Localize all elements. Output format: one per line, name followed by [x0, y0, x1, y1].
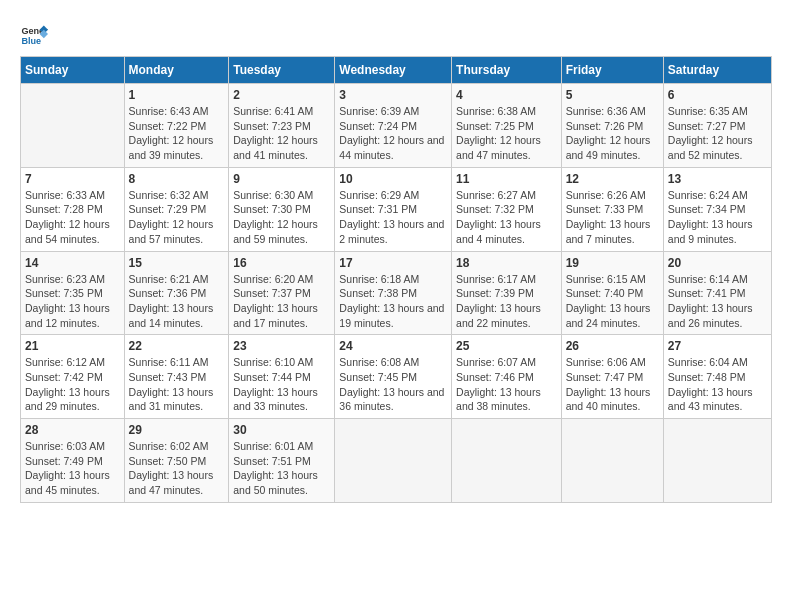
header-row: SundayMondayTuesdayWednesdayThursdayFrid… — [21, 57, 772, 84]
day-cell — [452, 419, 562, 503]
day-number: 5 — [566, 88, 659, 102]
day-detail: Sunrise: 6:10 AMSunset: 7:44 PMDaylight:… — [233, 355, 330, 414]
day-cell: 3 Sunrise: 6:39 AMSunset: 7:24 PMDayligh… — [335, 84, 452, 168]
day-number: 12 — [566, 172, 659, 186]
day-cell: 17 Sunrise: 6:18 AMSunset: 7:38 PMDaylig… — [335, 251, 452, 335]
week-row-4: 21 Sunrise: 6:12 AMSunset: 7:42 PMDaylig… — [21, 335, 772, 419]
day-cell: 24 Sunrise: 6:08 AMSunset: 7:45 PMDaylig… — [335, 335, 452, 419]
day-cell: 19 Sunrise: 6:15 AMSunset: 7:40 PMDaylig… — [561, 251, 663, 335]
day-cell: 29 Sunrise: 6:02 AMSunset: 7:50 PMDaylig… — [124, 419, 229, 503]
day-number: 8 — [129, 172, 225, 186]
day-detail: Sunrise: 6:33 AMSunset: 7:28 PMDaylight:… — [25, 188, 120, 247]
day-cell: 15 Sunrise: 6:21 AMSunset: 7:36 PMDaylig… — [124, 251, 229, 335]
day-cell: 18 Sunrise: 6:17 AMSunset: 7:39 PMDaylig… — [452, 251, 562, 335]
day-number: 27 — [668, 339, 767, 353]
logo-icon: General Blue — [20, 20, 48, 48]
day-detail: Sunrise: 6:39 AMSunset: 7:24 PMDaylight:… — [339, 104, 447, 163]
day-detail: Sunrise: 6:38 AMSunset: 7:25 PMDaylight:… — [456, 104, 557, 163]
day-cell: 25 Sunrise: 6:07 AMSunset: 7:46 PMDaylig… — [452, 335, 562, 419]
day-number: 16 — [233, 256, 330, 270]
day-cell — [335, 419, 452, 503]
day-number: 3 — [339, 88, 447, 102]
day-number: 2 — [233, 88, 330, 102]
day-number: 29 — [129, 423, 225, 437]
day-detail: Sunrise: 6:03 AMSunset: 7:49 PMDaylight:… — [25, 439, 120, 498]
day-number: 19 — [566, 256, 659, 270]
day-number: 6 — [668, 88, 767, 102]
day-cell: 22 Sunrise: 6:11 AMSunset: 7:43 PMDaylig… — [124, 335, 229, 419]
day-number: 30 — [233, 423, 330, 437]
day-detail: Sunrise: 6:01 AMSunset: 7:51 PMDaylight:… — [233, 439, 330, 498]
day-cell: 14 Sunrise: 6:23 AMSunset: 7:35 PMDaylig… — [21, 251, 125, 335]
day-number: 23 — [233, 339, 330, 353]
day-number: 14 — [25, 256, 120, 270]
calendar-table: SundayMondayTuesdayWednesdayThursdayFrid… — [20, 56, 772, 503]
day-number: 11 — [456, 172, 557, 186]
day-detail: Sunrise: 6:41 AMSunset: 7:23 PMDaylight:… — [233, 104, 330, 163]
day-cell: 28 Sunrise: 6:03 AMSunset: 7:49 PMDaylig… — [21, 419, 125, 503]
day-number: 21 — [25, 339, 120, 353]
day-number: 17 — [339, 256, 447, 270]
day-number: 7 — [25, 172, 120, 186]
day-cell: 4 Sunrise: 6:38 AMSunset: 7:25 PMDayligh… — [452, 84, 562, 168]
day-cell — [561, 419, 663, 503]
day-cell: 9 Sunrise: 6:30 AMSunset: 7:30 PMDayligh… — [229, 167, 335, 251]
header-cell-sunday: Sunday — [21, 57, 125, 84]
header-cell-saturday: Saturday — [663, 57, 771, 84]
day-cell: 16 Sunrise: 6:20 AMSunset: 7:37 PMDaylig… — [229, 251, 335, 335]
day-cell: 21 Sunrise: 6:12 AMSunset: 7:42 PMDaylig… — [21, 335, 125, 419]
header-cell-friday: Friday — [561, 57, 663, 84]
day-cell: 1 Sunrise: 6:43 AMSunset: 7:22 PMDayligh… — [124, 84, 229, 168]
day-detail: Sunrise: 6:17 AMSunset: 7:39 PMDaylight:… — [456, 272, 557, 331]
day-cell: 27 Sunrise: 6:04 AMSunset: 7:48 PMDaylig… — [663, 335, 771, 419]
day-detail: Sunrise: 6:23 AMSunset: 7:35 PMDaylight:… — [25, 272, 120, 331]
day-number: 20 — [668, 256, 767, 270]
day-number: 9 — [233, 172, 330, 186]
logo: General Blue — [20, 20, 48, 48]
day-number: 25 — [456, 339, 557, 353]
header-cell-tuesday: Tuesday — [229, 57, 335, 84]
day-cell: 5 Sunrise: 6:36 AMSunset: 7:26 PMDayligh… — [561, 84, 663, 168]
day-cell: 10 Sunrise: 6:29 AMSunset: 7:31 PMDaylig… — [335, 167, 452, 251]
day-number: 15 — [129, 256, 225, 270]
header-cell-thursday: Thursday — [452, 57, 562, 84]
day-cell: 11 Sunrise: 6:27 AMSunset: 7:32 PMDaylig… — [452, 167, 562, 251]
week-row-1: 1 Sunrise: 6:43 AMSunset: 7:22 PMDayligh… — [21, 84, 772, 168]
day-detail: Sunrise: 6:04 AMSunset: 7:48 PMDaylight:… — [668, 355, 767, 414]
day-number: 22 — [129, 339, 225, 353]
day-cell: 20 Sunrise: 6:14 AMSunset: 7:41 PMDaylig… — [663, 251, 771, 335]
svg-text:Blue: Blue — [21, 36, 41, 46]
day-detail: Sunrise: 6:15 AMSunset: 7:40 PMDaylight:… — [566, 272, 659, 331]
day-detail: Sunrise: 6:29 AMSunset: 7:31 PMDaylight:… — [339, 188, 447, 247]
day-detail: Sunrise: 6:18 AMSunset: 7:38 PMDaylight:… — [339, 272, 447, 331]
day-detail: Sunrise: 6:36 AMSunset: 7:26 PMDaylight:… — [566, 104, 659, 163]
day-detail: Sunrise: 6:26 AMSunset: 7:33 PMDaylight:… — [566, 188, 659, 247]
day-cell: 26 Sunrise: 6:06 AMSunset: 7:47 PMDaylig… — [561, 335, 663, 419]
day-number: 4 — [456, 88, 557, 102]
header-cell-wednesday: Wednesday — [335, 57, 452, 84]
day-cell: 8 Sunrise: 6:32 AMSunset: 7:29 PMDayligh… — [124, 167, 229, 251]
day-number: 10 — [339, 172, 447, 186]
day-number: 13 — [668, 172, 767, 186]
day-detail: Sunrise: 6:30 AMSunset: 7:30 PMDaylight:… — [233, 188, 330, 247]
week-row-2: 7 Sunrise: 6:33 AMSunset: 7:28 PMDayligh… — [21, 167, 772, 251]
day-detail: Sunrise: 6:20 AMSunset: 7:37 PMDaylight:… — [233, 272, 330, 331]
day-detail: Sunrise: 6:14 AMSunset: 7:41 PMDaylight:… — [668, 272, 767, 331]
day-cell: 2 Sunrise: 6:41 AMSunset: 7:23 PMDayligh… — [229, 84, 335, 168]
day-number: 28 — [25, 423, 120, 437]
day-cell: 23 Sunrise: 6:10 AMSunset: 7:44 PMDaylig… — [229, 335, 335, 419]
day-detail: Sunrise: 6:08 AMSunset: 7:45 PMDaylight:… — [339, 355, 447, 414]
day-cell — [663, 419, 771, 503]
day-number: 24 — [339, 339, 447, 353]
day-cell: 12 Sunrise: 6:26 AMSunset: 7:33 PMDaylig… — [561, 167, 663, 251]
day-detail: Sunrise: 6:12 AMSunset: 7:42 PMDaylight:… — [25, 355, 120, 414]
day-detail: Sunrise: 6:24 AMSunset: 7:34 PMDaylight:… — [668, 188, 767, 247]
header-cell-monday: Monday — [124, 57, 229, 84]
day-number: 26 — [566, 339, 659, 353]
day-cell: 13 Sunrise: 6:24 AMSunset: 7:34 PMDaylig… — [663, 167, 771, 251]
week-row-5: 28 Sunrise: 6:03 AMSunset: 7:49 PMDaylig… — [21, 419, 772, 503]
day-detail: Sunrise: 6:06 AMSunset: 7:47 PMDaylight:… — [566, 355, 659, 414]
page-header: General Blue — [20, 20, 772, 48]
day-cell — [21, 84, 125, 168]
day-detail: Sunrise: 6:27 AMSunset: 7:32 PMDaylight:… — [456, 188, 557, 247]
